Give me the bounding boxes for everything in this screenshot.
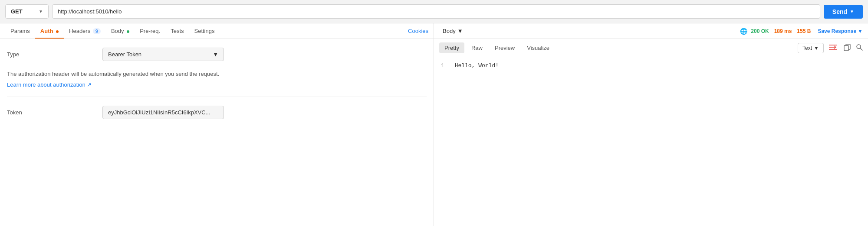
type-label: Type: [7, 51, 102, 58]
search-icon[interactable]: [856, 44, 863, 52]
tab-settings[interactable]: Settings: [189, 23, 220, 39]
tab-tests[interactable]: Tests: [165, 23, 189, 39]
subtab-raw-label: Raw: [471, 45, 483, 51]
response-body: 1 Hello, World!: [434, 57, 868, 226]
subtab-preview[interactable]: Preview: [490, 42, 520, 53]
token-input[interactable]: [102, 106, 224, 119]
tab-params[interactable]: Params: [5, 23, 35, 39]
save-response-button[interactable]: Save Response ▼: [818, 28, 863, 34]
cookies-label: Cookies: [408, 28, 428, 34]
svg-line-6: [860, 48, 862, 50]
wrap-icon[interactable]: [829, 44, 837, 52]
text-format-chevron: ▼: [814, 45, 819, 51]
tab-headers[interactable]: Headers 9: [64, 23, 106, 39]
headers-badge: 9: [93, 28, 101, 34]
learn-more-label: Learn more about authorization: [7, 81, 85, 88]
tab-params-label: Params: [10, 28, 30, 34]
right-body-label: Body: [443, 28, 456, 34]
type-chevron: ▼: [213, 51, 218, 58]
send-button[interactable]: Send ▼: [824, 5, 863, 19]
top-bar: GET ▼ Send ▼: [0, 0, 868, 23]
tab-auth-label: Auth: [40, 28, 53, 34]
tab-prereq-label: Pre-req.: [140, 28, 160, 34]
method-label: GET: [11, 8, 23, 15]
globe-icon: 🌐: [740, 28, 747, 35]
tab-body[interactable]: Body: [106, 23, 135, 39]
right-body-tab[interactable]: Body ▼: [439, 23, 467, 39]
subtab-raw[interactable]: Raw: [466, 42, 488, 53]
body-dot: [127, 30, 129, 33]
left-panel: Params Auth Headers 9 Body Pre-req. Test…: [0, 23, 434, 226]
subtab-visualize[interactable]: Visualize: [522, 42, 555, 53]
tab-auth[interactable]: Auth: [35, 23, 64, 39]
right-panel: Body ▼ 🌐 200 OK 189 ms 155 B Save Respon…: [434, 23, 868, 226]
response-subtabs: Pretty Raw Preview Visualize Text ▼: [434, 39, 868, 57]
right-top-bar: Body ▼ 🌐 200 OK 189 ms 155 B Save Respon…: [434, 23, 868, 39]
tab-settings-label: Settings: [194, 28, 215, 34]
type-row: Type Bearer Token ▼: [7, 48, 427, 61]
subtab-pretty-label: Pretty: [444, 45, 459, 51]
tab-headers-label: Headers: [69, 28, 90, 34]
token-label: Token: [7, 109, 102, 116]
subtab-visualize-label: Visualize: [527, 45, 549, 51]
save-response-label: Save Response: [818, 28, 856, 34]
status-size: 155 B: [797, 28, 811, 34]
subtab-preview-label: Preview: [495, 45, 515, 51]
tab-tests-label: Tests: [171, 28, 184, 34]
status-ok: 200 OK: [751, 28, 769, 34]
tab-prereq[interactable]: Pre-req.: [135, 23, 165, 39]
divider: [7, 97, 427, 97]
method-chevron: ▼: [39, 9, 43, 14]
send-chevron: ▼: [850, 9, 854, 14]
method-select[interactable]: GET ▼: [5, 4, 49, 19]
subtab-pretty[interactable]: Pretty: [439, 42, 464, 53]
left-content: Type Bearer Token ▼ The authorization he…: [0, 39, 434, 226]
url-input[interactable]: [52, 4, 820, 19]
cookies-button[interactable]: Cookies: [408, 23, 428, 39]
left-tabs-row: Params Auth Headers 9 Body Pre-req. Test…: [0, 23, 434, 39]
learn-more-link[interactable]: Learn more about authorization ↗: [7, 81, 92, 88]
text-format-select[interactable]: Text ▼: [798, 43, 824, 53]
response-text: Hello, World!: [455, 62, 499, 69]
status-time: 189 ms: [774, 28, 792, 34]
auth-description: The authorization header will be automat…: [7, 70, 427, 79]
svg-rect-4: [844, 45, 848, 51]
save-response-chevron: ▼: [858, 28, 863, 34]
tab-body-label: Body: [111, 28, 124, 34]
learn-more-arrow: ↗: [87, 81, 92, 88]
main-layout: Params Auth Headers 9 Body Pre-req. Test…: [0, 23, 868, 226]
send-label: Send: [832, 8, 847, 15]
type-value: Bearer Token: [108, 51, 141, 58]
text-format-label: Text: [802, 45, 812, 51]
token-row: Token: [7, 106, 427, 119]
right-body-chevron: ▼: [457, 28, 463, 34]
line-number: 1: [441, 62, 444, 69]
auth-dot: [56, 30, 59, 33]
type-select[interactable]: Bearer Token ▼: [102, 48, 224, 61]
copy-icon[interactable]: [844, 44, 851, 52]
